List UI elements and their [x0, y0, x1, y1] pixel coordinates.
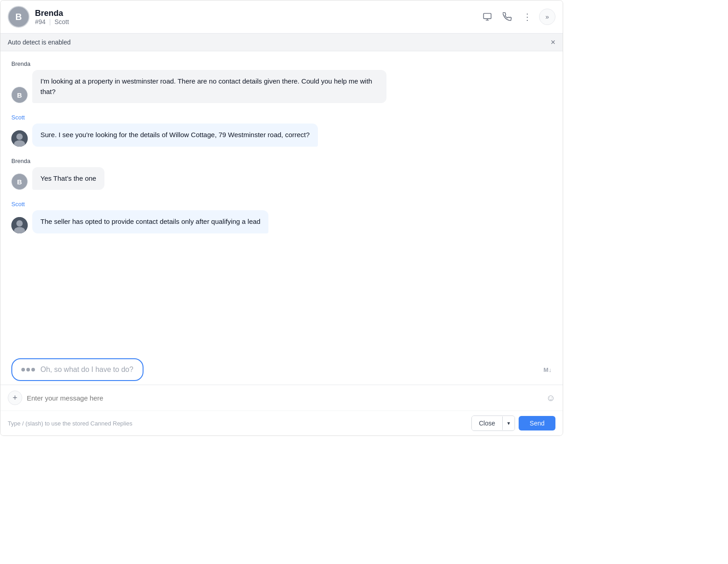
message-group-3: Brenda B Yes That's the one — [11, 158, 552, 190]
message-bubble-1: I'm looking at a property in westminster… — [32, 70, 386, 103]
svg-rect-0 — [484, 14, 491, 19]
svg-point-2 — [16, 134, 23, 140]
attach-button[interactable]: + — [8, 391, 22, 405]
message-row-4: The seller has opted to provide contact … — [11, 210, 552, 233]
footer-hint: Type / (slash) to use the stored Canned … — [8, 420, 133, 427]
header-info: Brenda #94 | Scott — [35, 9, 479, 25]
suggestion-text: Oh, so what do I have to do? — [40, 366, 134, 374]
message-group-1: Brenda B I'm looking at a property in we… — [11, 60, 552, 103]
scott-avatar-svg-4 — [11, 217, 28, 233]
close-label[interactable]: Close — [472, 416, 503, 430]
suggestion-bubble[interactable]: Oh, so what do I have to do? — [11, 358, 144, 381]
svg-point-5 — [16, 220, 23, 227]
more-options-button[interactable]: ⋮ — [519, 9, 535, 25]
auto-detect-banner: Auto detect is enabled × — [0, 34, 563, 51]
contact-avatar: B — [8, 6, 30, 28]
header-divider: | — [49, 18, 51, 25]
message-row-1: B I'm looking at a property in westminst… — [11, 70, 552, 103]
contact-id: #94 — [35, 18, 45, 25]
message-text-4: The seller has opted to provide contact … — [40, 218, 260, 225]
sender-label-brenda-3: Brenda — [11, 158, 552, 164]
phone-button[interactable] — [499, 9, 515, 25]
banner-close-button[interactable]: × — [550, 38, 555, 46]
more-icon: ⋮ — [523, 11, 532, 22]
scott-avatar-4 — [11, 217, 28, 233]
sender-label-brenda-1: Brenda — [11, 60, 552, 67]
screen-share-icon — [483, 12, 492, 21]
close-dropdown-arrow[interactable]: ▾ — [502, 416, 515, 430]
message-bubble-2: Sure. I see you're looking for the detai… — [32, 124, 318, 147]
brenda-avatar-3: B — [11, 173, 28, 190]
footer-actions: Close ▾ Send — [471, 416, 556, 431]
banner-text: Auto detect is enabled — [8, 39, 71, 46]
scott-avatar-svg — [11, 130, 28, 147]
brenda-avatar-1: B — [11, 87, 28, 103]
agent-name: Scott — [54, 18, 69, 25]
header-sub: #94 | Scott — [35, 18, 479, 25]
message-input[interactable] — [27, 394, 542, 402]
message-group-2: Scott Sure. I see you're looking for the… — [11, 114, 552, 147]
message-text-3: Yes That's the one — [40, 174, 96, 182]
message-bubble-4: The seller has opted to provide contact … — [32, 210, 268, 233]
message-text-1: I'm looking at a property in westminster… — [40, 77, 372, 95]
footer: Type / (slash) to use the stored Canned … — [0, 411, 563, 435]
message-group-4: Scott The seller has opted to provide co… — [11, 201, 552, 233]
typing-dots — [21, 368, 35, 371]
close-button-group[interactable]: Close ▾ — [471, 416, 515, 431]
input-area: + ☺ — [0, 385, 563, 411]
screen-share-button[interactable] — [479, 9, 495, 25]
chevron-right-icon: » — [545, 13, 549, 20]
sender-label-scott-2: Scott — [11, 114, 552, 121]
brenda-avatar-initial-3: B — [17, 178, 22, 186]
message-text-2: Sure. I see you're looking for the detai… — [40, 131, 310, 139]
emoji-button[interactable]: ☺ — [546, 393, 555, 403]
message-bubble-3: Yes That's the one — [32, 167, 104, 190]
suggestion-area: Oh, so what do I have to do? M↓ — [0, 358, 563, 385]
scott-avatar-2 — [11, 130, 28, 147]
contact-name: Brenda — [35, 9, 479, 18]
chat-area: Brenda B I'm looking at a property in we… — [0, 51, 563, 358]
expand-button[interactable]: » — [539, 9, 555, 25]
header-actions: ⋮ » — [479, 9, 555, 25]
markdown-toggle[interactable]: M↓ — [544, 366, 552, 373]
attach-icon: + — [13, 393, 18, 403]
sender-label-scott-4: Scott — [11, 201, 552, 208]
brenda-avatar-initial: B — [17, 91, 22, 99]
message-row-2: Sure. I see you're looking for the detai… — [11, 124, 552, 147]
phone-icon — [503, 12, 512, 21]
send-button[interactable]: Send — [519, 416, 555, 430]
emoji-icon: ☺ — [546, 393, 555, 403]
chat-header: B Brenda #94 | Scott ⋮ » — [0, 0, 563, 34]
message-row-3: B Yes That's the one — [11, 167, 552, 190]
